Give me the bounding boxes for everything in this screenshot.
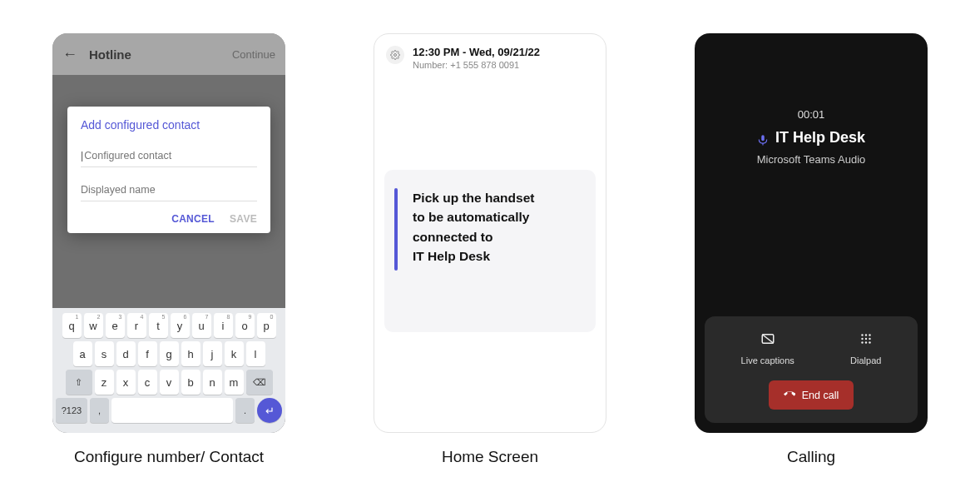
key-n[interactable]: n — [203, 370, 222, 395]
key-l[interactable]: l — [246, 341, 265, 366]
caption-calling: Calling — [787, 448, 835, 466]
home-header: 12:30 PM - Wed, 09/21/22 Number: +1 555 … — [374, 34, 606, 77]
continue-button[interactable]: Continue — [232, 48, 275, 61]
add-contact-dialog: Add configured contact Configured contac… — [67, 107, 270, 233]
call-title: IT Help Desk — [775, 129, 865, 147]
key-f[interactable]: f — [138, 341, 157, 366]
key-g[interactable]: g — [160, 341, 179, 366]
svg-line-2 — [762, 335, 774, 344]
call-subtitle: Microsoft Teams Audio — [695, 153, 928, 166]
caption-home: Home Screen — [442, 448, 538, 466]
svg-point-9 — [861, 341, 863, 343]
phone-home: 12:30 PM - Wed, 09/21/22 Number: +1 555 … — [374, 33, 606, 433]
svg-point-0 — [394, 54, 397, 57]
key-b[interactable]: b — [181, 370, 200, 395]
key-p[interactable]: p0 — [257, 313, 276, 338]
dialog-title: Add configured contact — [81, 118, 257, 132]
soft-keyboard: q1w2e3r4t5y6u7i8o9p0 asdfghjkl ⇧zxcvbnm⌫… — [52, 308, 285, 433]
topbar: ← Hotline Continue — [52, 33, 285, 75]
key-i[interactable]: i8 — [214, 313, 233, 338]
svg-point-8 — [869, 338, 870, 340]
caption-configure: Configure number/ Contact — [74, 448, 264, 466]
key-v[interactable]: v — [160, 370, 179, 395]
screen-title: Hotline — [89, 47, 131, 62]
phone-number: Number: +1 555 878 0091 — [413, 60, 540, 70]
live-captions-button[interactable]: Live captions — [741, 331, 794, 365]
key-d[interactable]: d — [116, 341, 136, 366]
period-key[interactable]: . — [235, 398, 255, 423]
settings-gear-icon[interactable] — [386, 46, 404, 64]
captions-icon — [760, 331, 775, 350]
key-k[interactable]: k — [225, 341, 244, 366]
end-call-button[interactable]: End call — [769, 380, 854, 410]
comma-key[interactable]: , — [90, 398, 109, 423]
clock-date: 12:30 PM - Wed, 09/21/22 — [413, 46, 540, 58]
key-e[interactable]: e3 — [106, 313, 125, 338]
call-timer: 00:01 — [695, 108, 928, 121]
svg-point-4 — [865, 334, 867, 335]
key-h[interactable]: h — [181, 341, 200, 366]
key-q[interactable]: q1 — [62, 313, 82, 338]
displayed-name-input[interactable]: Displayed name — [81, 179, 257, 201]
svg-point-6 — [861, 338, 863, 340]
call-controls-panel: Live captions Dialpad End call — [705, 316, 918, 423]
svg-point-10 — [865, 341, 867, 343]
svg-point-5 — [869, 334, 870, 335]
back-arrow-icon[interactable]: ← — [62, 46, 77, 63]
key-y[interactable]: y6 — [171, 313, 190, 338]
key-u[interactable]: u7 — [192, 313, 211, 338]
dialpad-button[interactable]: Dialpad — [850, 331, 881, 365]
svg-point-3 — [861, 334, 863, 335]
configured-contact-input[interactable]: Configured contact — [81, 145, 257, 167]
key-a[interactable]: a — [73, 341, 92, 366]
key-x[interactable]: x — [116, 370, 136, 395]
key-s[interactable]: s — [95, 341, 114, 366]
save-button[interactable]: SAVE — [230, 213, 257, 225]
call-info: 00:01 IT Help Desk Microsoft Teams Audio — [695, 108, 928, 166]
svg-point-7 — [865, 338, 867, 340]
key-o[interactable]: o9 — [235, 313, 255, 338]
hangup-icon — [784, 388, 795, 402]
accent-bar — [394, 188, 398, 271]
key-w[interactable]: w2 — [84, 313, 103, 338]
shift-key[interactable]: ⇧ — [66, 370, 92, 395]
key-m[interactable]: m — [225, 370, 244, 395]
instruction-card: Pick up the handset to be automatically … — [384, 170, 596, 332]
microphone-icon — [757, 132, 769, 144]
key-r[interactable]: r4 — [127, 313, 146, 338]
dialpad-icon — [859, 331, 874, 350]
enter-key[interactable]: ↵ — [257, 398, 282, 423]
phone-configure: ← Hotline Continue Add configured contac… — [52, 33, 285, 433]
backspace-key[interactable]: ⌫ — [246, 370, 273, 395]
numeric-key[interactable]: ?123 — [56, 398, 87, 423]
instruction-text: Pick up the handset to be automatically … — [413, 188, 579, 266]
key-z[interactable]: z — [95, 370, 114, 395]
phone-calling: 00:01 IT Help Desk Microsoft Teams Audio… — [695, 33, 928, 433]
svg-point-11 — [869, 341, 870, 343]
key-t[interactable]: t5 — [149, 313, 168, 338]
space-key[interactable] — [111, 398, 233, 423]
key-c[interactable]: c — [138, 370, 157, 395]
key-j[interactable]: j — [203, 341, 222, 366]
cancel-button[interactable]: CANCEL — [171, 213, 215, 225]
